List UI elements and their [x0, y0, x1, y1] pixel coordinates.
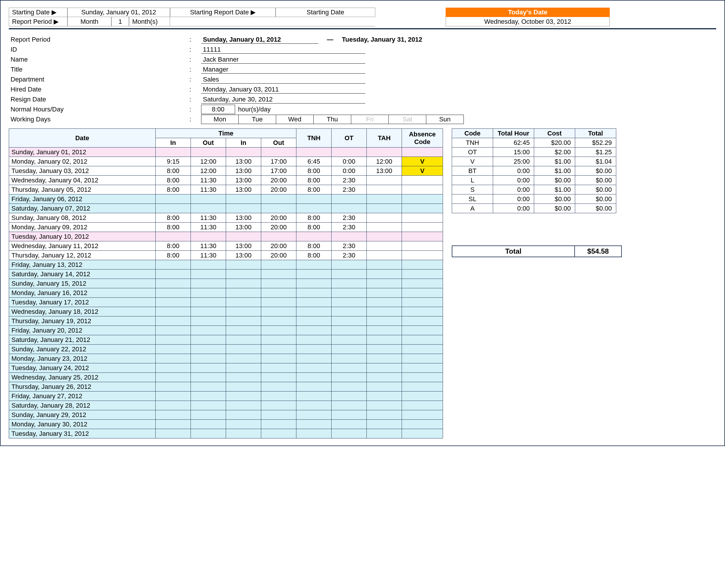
cell[interactable]: 8:00: [296, 223, 332, 232]
cell[interactable]: V: [402, 166, 443, 176]
cell[interactable]: [402, 148, 443, 157]
cell[interactable]: [261, 232, 296, 241]
cell[interactable]: [332, 326, 367, 335]
cell[interactable]: [226, 148, 261, 157]
cell[interactable]: [296, 288, 332, 298]
cell[interactable]: [402, 382, 443, 392]
cell[interactable]: [332, 429, 367, 438]
cell[interactable]: 8:00: [296, 185, 332, 194]
cell[interactable]: [402, 176, 443, 185]
cell[interactable]: [332, 279, 367, 288]
cell[interactable]: [296, 429, 332, 438]
cell[interactable]: [402, 420, 443, 429]
cell[interactable]: [367, 363, 402, 373]
cell[interactable]: 20:00: [261, 185, 296, 194]
cell[interactable]: [332, 354, 367, 363]
cell[interactable]: [261, 420, 296, 429]
cell[interactable]: [332, 420, 367, 429]
cell[interactable]: [402, 344, 443, 354]
cell[interactable]: [261, 410, 296, 420]
cell[interactable]: [156, 204, 191, 213]
resign-value[interactable]: Saturday, June 30, 2012: [201, 96, 365, 104]
cell[interactable]: [296, 279, 332, 288]
cell[interactable]: [296, 204, 332, 213]
cell[interactable]: [156, 288, 191, 298]
cell[interactable]: [226, 363, 261, 373]
cell[interactable]: [191, 429, 226, 438]
day-tue[interactable]: Tue: [239, 115, 276, 124]
cell[interactable]: [332, 401, 367, 410]
cell[interactable]: [191, 344, 226, 354]
cell[interactable]: 11:30: [191, 241, 226, 251]
cell[interactable]: [367, 298, 402, 307]
cell[interactable]: [226, 344, 261, 354]
cell[interactable]: [402, 270, 443, 279]
cell[interactable]: [226, 401, 261, 410]
cell[interactable]: [367, 429, 402, 438]
cell[interactable]: [332, 382, 367, 392]
cell[interactable]: [296, 363, 332, 373]
cell[interactable]: [261, 288, 296, 298]
cell[interactable]: 17:00: [261, 157, 296, 166]
cell[interactable]: [156, 373, 191, 382]
cell[interactable]: [402, 392, 443, 401]
cell[interactable]: [191, 148, 226, 157]
cell[interactable]: [261, 344, 296, 354]
cell[interactable]: [402, 279, 443, 288]
cell[interactable]: [226, 194, 261, 204]
cell[interactable]: [191, 401, 226, 410]
cell[interactable]: [191, 232, 226, 241]
cell[interactable]: [402, 204, 443, 213]
starting-report-date-value[interactable]: Starting Date: [276, 8, 375, 17]
cell[interactable]: 20:00: [261, 241, 296, 251]
cell[interactable]: [367, 241, 402, 251]
cell[interactable]: [402, 354, 443, 363]
cell[interactable]: [402, 185, 443, 194]
cell[interactable]: [226, 260, 261, 270]
cell[interactable]: [402, 307, 443, 316]
cell[interactable]: [367, 420, 402, 429]
cell[interactable]: [191, 326, 226, 335]
cell[interactable]: [402, 326, 443, 335]
cell[interactable]: [156, 392, 191, 401]
cell[interactable]: [402, 410, 443, 420]
cell[interactable]: 13:00: [226, 185, 261, 194]
cell[interactable]: [367, 213, 402, 223]
cell[interactable]: 6:45: [296, 157, 332, 166]
cell[interactable]: [332, 344, 367, 354]
cell[interactable]: [367, 232, 402, 241]
cell[interactable]: [226, 307, 261, 316]
cell[interactable]: [261, 279, 296, 288]
cell[interactable]: [156, 298, 191, 307]
cell[interactable]: [402, 288, 443, 298]
cell[interactable]: 11:30: [191, 251, 226, 260]
cell[interactable]: 8:00: [156, 166, 191, 176]
cell[interactable]: [296, 354, 332, 363]
cell[interactable]: 13:00: [226, 157, 261, 166]
cell[interactable]: [156, 279, 191, 288]
hired-value[interactable]: Monday, January 03, 2011: [201, 86, 365, 93]
cell[interactable]: [296, 326, 332, 335]
cell[interactable]: [226, 326, 261, 335]
cell[interactable]: 13:00: [226, 176, 261, 185]
cell[interactable]: [402, 298, 443, 307]
cell[interactable]: 2:30: [332, 176, 367, 185]
cell[interactable]: [226, 373, 261, 382]
cell[interactable]: [261, 401, 296, 410]
cell[interactable]: [191, 270, 226, 279]
cell[interactable]: [226, 279, 261, 288]
cell[interactable]: [156, 420, 191, 429]
cell[interactable]: [296, 335, 332, 344]
cell[interactable]: [296, 392, 332, 401]
cell[interactable]: [261, 307, 296, 316]
cell[interactable]: [367, 148, 402, 157]
cell[interactable]: 2:30: [332, 213, 367, 223]
cell[interactable]: [332, 363, 367, 373]
cell[interactable]: [226, 232, 261, 241]
cell[interactable]: 9:15: [156, 157, 191, 166]
cell[interactable]: [367, 401, 402, 410]
cell[interactable]: [402, 213, 443, 223]
cell[interactable]: [367, 410, 402, 420]
cell[interactable]: 8:00: [156, 241, 191, 251]
day-fri[interactable]: Fri: [351, 115, 389, 124]
